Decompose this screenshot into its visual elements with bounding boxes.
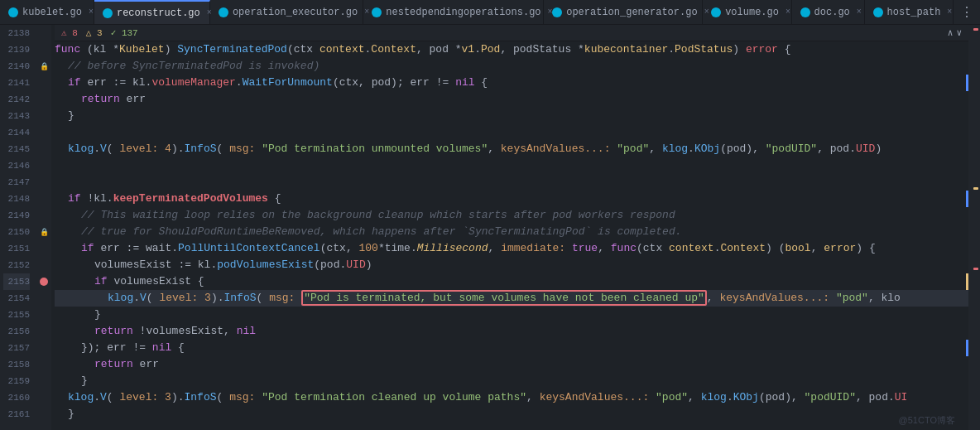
indicator-2148	[36, 191, 51, 207]
tab-volume-go[interactable]: volume.go ×	[703, 0, 791, 25]
tab-icon-op-gen	[552, 7, 562, 17]
tab-icon-host	[873, 7, 883, 17]
error-marker-top	[973, 28, 978, 31]
code-line-2160: }	[55, 406, 968, 423]
code-line-2146	[55, 174, 968, 191]
code-line-2158: }	[55, 373, 968, 389]
tab-overflow-button[interactable]: ⋮	[954, 0, 980, 25]
lock-icon-2140: 🔒	[40, 62, 49, 71]
code-line-2152: if volumesExist {	[55, 273, 968, 290]
code-line-2157: return err	[55, 356, 968, 373]
tab-label-doc: doc.go	[814, 7, 850, 18]
code-line-2153: klog.V( level: 3).InfoS( msg: "Pod is te…	[55, 290, 968, 307]
tab-label-op-exec: operation_executor.go	[233, 7, 358, 18]
status-warnings: △ 3	[86, 25, 103, 41]
indicator-2147	[36, 174, 51, 191]
code-line-2145	[55, 157, 968, 174]
indicator-2145	[36, 141, 51, 157]
code-line-2156: }); err != nil {	[55, 340, 968, 356]
tab-close-kubelet[interactable]: ×	[89, 7, 94, 17]
indicator-2143	[36, 108, 51, 124]
status-errors: ⚠ 8	[61, 25, 78, 41]
tab-icon-reconstruct	[103, 8, 113, 18]
code-line-2148: // This waiting loop relies on the backg…	[55, 207, 968, 224]
watermark: @51CTO博客	[899, 414, 955, 427]
tab-icon-doc	[800, 7, 810, 17]
tab-reconstruct-go[interactable]: reconstruct.go ×	[94, 0, 210, 25]
indicator-column: 🔒 🔒	[36, 25, 51, 430]
status-ok: ✓ 137	[111, 25, 138, 41]
tab-close-doc[interactable]: ×	[857, 7, 862, 17]
tab-op-generator[interactable]: operation_generator.go ×	[544, 0, 703, 25]
code-line-2147: if !kl.keepTerminatedPodVolumes {	[55, 191, 968, 207]
tab-kubelet-go[interactable]: kubelet.go ×	[0, 0, 94, 25]
indicator-2149	[36, 207, 51, 224]
indicator-2153	[36, 273, 51, 290]
indicator-2154	[36, 290, 51, 307]
code-line-2143	[55, 124, 968, 141]
code-line-2159: klog.V( level: 3).InfoS( msg: "Pod termi…	[55, 389, 968, 406]
code-line-2155: return !volumesExist, nil	[55, 323, 968, 340]
indicator-2159	[36, 373, 51, 389]
tab-label-volume: volume.go	[725, 7, 779, 18]
indicator-2151	[36, 240, 51, 257]
indicator-2139	[36, 41, 51, 58]
indicator-2142	[36, 91, 51, 108]
indicator-2141	[36, 75, 51, 91]
tab-close-host[interactable]: ×	[947, 7, 952, 17]
tab-host-path[interactable]: host_path ×	[865, 0, 954, 25]
indicator-2161	[36, 406, 51, 423]
tab-label-kubelet: kubelet.go	[22, 7, 82, 18]
indicator-2140: 🔒	[36, 58, 51, 75]
code-line-2139: // before SyncTerminatedPod is invoked)	[55, 58, 968, 75]
indicator-2156	[36, 323, 51, 340]
code-line-2144: klog.V( level: 4).InfoS( msg: "Pod termi…	[55, 141, 968, 157]
chevron-up-icon[interactable]: ∧	[948, 25, 954, 41]
tab-nestedpending[interactable]: nestedpendingoperations.go ×	[363, 0, 544, 25]
code-content: ⚠ 8 △ 3 ✓ 137 ∧ ∨ func (kl *Kubelet) Syn…	[51, 25, 968, 430]
tab-label-host: host_path	[887, 7, 941, 18]
code-line-2151: volumesExist := kl.podVolumesExist(pod.U…	[55, 257, 968, 273]
tab-label-nested: nestedpendingoperations.go	[386, 7, 540, 18]
tab-bar: kubelet.go × reconstruct.go × operation_…	[0, 0, 980, 25]
line-number-gutter: 2138 2139 2140 2141 2142 2143 2144 2145 …	[0, 25, 36, 430]
tab-close-volume[interactable]: ×	[785, 7, 790, 17]
tab-label-reconstruct: reconstruct.go	[117, 7, 200, 19]
code-line-2138: func (kl *Kubelet) SyncTerminatedPod(ctx…	[55, 41, 968, 58]
tab-icon-op-exec	[219, 7, 228, 17]
scrollbar[interactable]	[968, 25, 980, 430]
breakpoint-2153	[40, 278, 48, 286]
chevron-down-icon[interactable]: ∨	[956, 25, 962, 41]
tab-doc-go[interactable]: doc.go ×	[792, 0, 865, 25]
indicator-2152	[36, 257, 51, 273]
tab-icon-nested	[372, 7, 382, 17]
code-line-2149: // true for ShouldPodRuntimeBeRemoved, w…	[55, 224, 968, 240]
indicator-2157	[36, 340, 51, 356]
tab-operation-executor[interactable]: operation_executor.go ×	[210, 0, 363, 25]
code-line-2140: if err := kl.volumeManager.WaitForUnmoun…	[55, 75, 968, 91]
tab-icon-kubelet	[8, 7, 18, 17]
indicator-2160	[36, 389, 51, 406]
indicator-2150: 🔒	[36, 224, 51, 240]
warning-marker	[973, 187, 978, 190]
indicator-2158	[36, 356, 51, 373]
editor-area: 2138 2139 2140 2141 2142 2143 2144 2145 …	[0, 25, 980, 430]
indicator-2144	[36, 124, 51, 141]
error-marker-mid	[973, 268, 978, 270]
indicator-2146	[36, 157, 51, 174]
tab-icon-volume	[711, 7, 721, 17]
code-line-2154: }	[55, 307, 968, 323]
indicator-2138	[36, 25, 51, 41]
indicator-2155	[36, 307, 51, 323]
code-line-2141: return err	[55, 91, 968, 108]
tab-label-op-gen: operation_generator.go	[566, 7, 697, 18]
code-line-2142: }	[55, 108, 968, 124]
code-line-2150: if err := wait.PollUntilContextCancel(ct…	[55, 240, 968, 257]
lock-icon-2150: 🔒	[40, 228, 49, 237]
